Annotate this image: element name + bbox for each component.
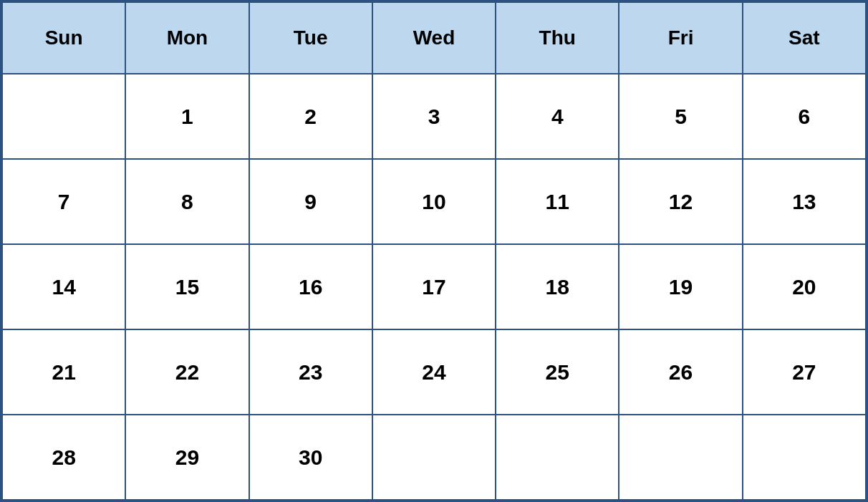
day-header-thu: Thu — [496, 2, 619, 74]
empty-cell — [743, 415, 866, 500]
day-cell-21[interactable]: 21 — [2, 329, 125, 415]
day-cell-20[interactable]: 20 — [743, 244, 866, 329]
day-cell-14[interactable]: 14 — [2, 244, 125, 329]
empty-cell — [496, 415, 619, 500]
day-cell-30[interactable]: 30 — [249, 415, 372, 500]
header-row: SunMonTueWedThuFriSat — [2, 2, 866, 74]
day-header-tue: Tue — [249, 2, 372, 74]
calendar-row: 21222324252627 — [2, 329, 866, 415]
day-cell-12[interactable]: 12 — [619, 159, 742, 244]
day-header-sun: Sun — [2, 2, 125, 74]
day-cell-26[interactable]: 26 — [619, 329, 742, 415]
calendar-row: 14151617181920 — [2, 244, 866, 329]
calendar-row: 78910111213 — [2, 159, 866, 244]
day-cell-9[interactable]: 9 — [249, 159, 372, 244]
day-cell-22[interactable]: 22 — [125, 329, 249, 415]
calendar-row: 282930 — [2, 415, 866, 500]
empty-cell — [2, 74, 125, 159]
calendar-row: 123456 — [2, 74, 866, 159]
day-cell-16[interactable]: 16 — [249, 244, 372, 329]
day-cell-7[interactable]: 7 — [2, 159, 125, 244]
calendar: SunMonTueWedThuFriSat 123456789101112131… — [0, 0, 868, 502]
day-cell-3[interactable]: 3 — [372, 74, 496, 159]
day-cell-25[interactable]: 25 — [496, 329, 619, 415]
day-header-mon: Mon — [125, 2, 249, 74]
empty-cell — [619, 415, 742, 500]
day-cell-4[interactable]: 4 — [496, 74, 619, 159]
day-cell-6[interactable]: 6 — [743, 74, 866, 159]
empty-cell — [372, 415, 496, 500]
day-header-sat: Sat — [743, 2, 866, 74]
day-cell-29[interactable]: 29 — [125, 415, 249, 500]
day-cell-24[interactable]: 24 — [372, 329, 496, 415]
day-cell-13[interactable]: 13 — [743, 159, 866, 244]
day-cell-18[interactable]: 18 — [496, 244, 619, 329]
day-cell-1[interactable]: 1 — [125, 74, 249, 159]
day-header-wed: Wed — [372, 2, 496, 74]
day-cell-23[interactable]: 23 — [249, 329, 372, 415]
day-cell-28[interactable]: 28 — [2, 415, 125, 500]
day-cell-15[interactable]: 15 — [125, 244, 249, 329]
calendar-table: SunMonTueWedThuFriSat 123456789101112131… — [1, 1, 867, 501]
day-cell-8[interactable]: 8 — [125, 159, 249, 244]
day-cell-5[interactable]: 5 — [619, 74, 742, 159]
day-header-fri: Fri — [619, 2, 742, 74]
day-cell-17[interactable]: 17 — [372, 244, 496, 329]
day-cell-19[interactable]: 19 — [619, 244, 742, 329]
day-cell-2[interactable]: 2 — [249, 74, 372, 159]
day-cell-11[interactable]: 11 — [496, 159, 619, 244]
day-cell-10[interactable]: 10 — [372, 159, 496, 244]
day-cell-27[interactable]: 27 — [743, 329, 866, 415]
